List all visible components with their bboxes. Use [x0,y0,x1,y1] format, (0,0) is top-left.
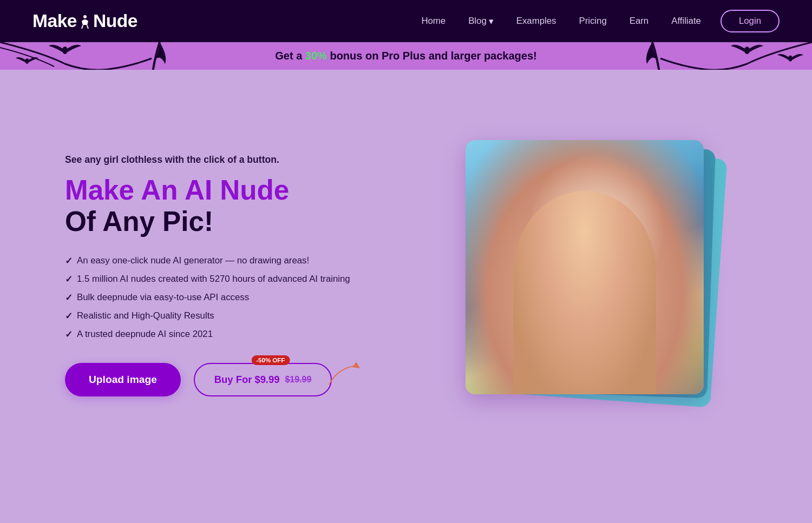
nav-item-examples[interactable]: Examples [516,16,556,27]
svg-line-1 [82,25,83,29]
svg-line-2 [87,25,88,29]
promo-decoration-left [0,42,184,70]
hero-features-list: An easy one-click nude AI generator — no… [65,255,401,340]
discount-badge: -50% OFF [251,355,290,365]
nav-item-affiliate[interactable]: Affiliate [671,16,701,27]
arrow-decoration [326,358,364,390]
nav-item-earn[interactable]: Earn [630,16,649,27]
promo-banner: Get a 30% bonus on Pro Plus and larger p… [0,42,812,70]
feature-item: A trusted deepnude AI since 2021 [65,329,401,340]
hero-cta-row: Upload image -50% OFF Buy For $9.99 $19.… [65,363,401,396]
svg-point-4 [25,58,29,64]
chevron-down-icon: ▾ [489,16,494,27]
logo-text: MakeNude [32,11,137,31]
svg-point-6 [788,55,793,61]
svg-marker-7 [352,362,360,368]
hero-left: See any girl clothless with the click of… [65,154,401,396]
feature-item: Realistic and High-Quality Results [65,310,401,322]
nav-item-blog[interactable]: Blog ▾ [468,16,494,27]
logo-icon [77,14,93,29]
hero-title-purple: Make An AI Nude [65,175,401,206]
hero-photo [466,140,704,394]
buy-price: Buy For $9.99 [214,374,280,386]
image-card-main [466,140,704,394]
nav-item-pricing[interactable]: Pricing [579,16,606,27]
promo-decoration-right [628,42,812,70]
feature-item: An easy one-click nude AI generator — no… [65,255,401,267]
upload-image-button[interactable]: Upload image [65,363,181,396]
logo[interactable]: MakeNude [32,11,137,31]
nav-links: Home Blog ▾ Examples Pricing Earn Affili… [421,16,701,27]
svg-point-0 [83,15,87,18]
old-price: $19.99 [285,375,311,385]
hero-image-stack [433,140,704,411]
login-button[interactable]: Login [721,10,780,32]
feature-item: 1.5 million AI nudes created with 5270 h… [65,274,401,285]
buy-button[interactable]: Buy For $9.99 $19.99 [194,363,332,396]
buy-button-wrapper: -50% OFF Buy For $9.99 $19.99 [194,363,332,396]
navbar: MakeNude Home Blog ▾ Examples Pricing Ea… [0,0,812,42]
hero-title-dark: Of Any Pic! [65,206,401,238]
promo-text: Get a 30% bonus on Pro Plus and larger p… [275,50,536,62]
hero-section: See any girl clothless with the click of… [0,70,812,486]
hero-subtitle: See any girl clothless with the click of… [65,154,401,165]
feature-item: Bulk deepnude via easy-to-use API access [65,292,401,303]
svg-point-3 [62,47,68,54]
nav-item-home[interactable]: Home [421,16,446,27]
svg-point-5 [744,47,750,54]
